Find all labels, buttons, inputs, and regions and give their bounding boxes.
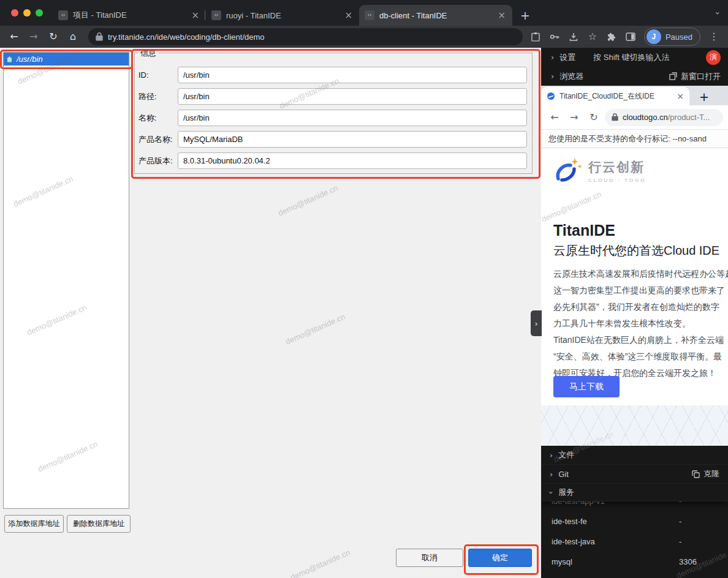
tab-search-chevron-icon[interactable]: › <box>714 11 722 14</box>
infobar-text: 您使用的是不受支持的命令行标记: --no-sand <box>548 133 707 144</box>
reload-icon[interactable]: ↻ <box>45 29 61 45</box>
avatar: J <box>646 29 661 44</box>
back-icon[interactable]: ← <box>546 109 563 126</box>
titanide-favicon-icon: ‹› <box>211 10 221 20</box>
tab-title: db-client - TitanIDE <box>379 11 491 20</box>
product-name-label: 产品名称: <box>138 134 178 145</box>
home-icon[interactable]: ⌂ <box>65 29 81 45</box>
service-row[interactable]: ide-test-java - <box>541 531 728 552</box>
embedded-address-bar[interactable]: cloudtogo.cn/product-T... <box>605 109 723 126</box>
chevron-right-icon: › <box>551 53 554 61</box>
browser-toolbar: ← → ↻ ⌂ try.titanide.cn/ide/web/coding/d… <box>0 26 728 48</box>
forward-icon[interactable]: → <box>566 109 583 126</box>
services-label: 服务 <box>558 487 574 498</box>
tab-close-icon[interactable]: × <box>190 11 200 20</box>
back-icon[interactable]: ← <box>6 29 22 45</box>
site-paragraph-1: 云原生技术高速发展和后疫情时代远程办公等趋 这一智力密集型工作提出更高的要求也带… <box>553 266 728 332</box>
embedded-tab[interactable]: TitanIDE_CloudIDE_在线IDE × <box>541 87 689 105</box>
tab-close-icon[interactable]: × <box>677 92 684 100</box>
service-row[interactable]: ide-test-fe - <box>541 511 728 531</box>
settings-section-row[interactable]: › 设置 按 Shift 键切换输入法 演 <box>541 48 728 67</box>
bookmark-star-icon[interactable]: ☆ <box>587 31 598 42</box>
cloudtogo-swoosh-icon <box>550 157 583 185</box>
profile-status: Paused <box>665 32 692 42</box>
titanide-favicon-icon: ‹› <box>365 10 374 20</box>
browser-section-row[interactable]: › 浏览器 新窗口打开 <box>541 67 728 86</box>
cloudtogo-logo[interactable]: 行云创新 CLOUD · TOGO <box>550 157 646 185</box>
window-zoom-button[interactable] <box>36 9 43 17</box>
profile-paused-chip[interactable]: J Paused <box>644 28 700 46</box>
window-minimize-button[interactable] <box>23 9 31 17</box>
embedded-tab-strip: TitanIDE_CloudIDE_在线IDE × + <box>541 86 728 105</box>
services-section-row[interactable]: › 服务 <box>541 484 728 501</box>
delete-database-address-button[interactable]: 删除数据库地址 <box>67 515 131 533</box>
ime-hint-text: 按 Shift 键切换输入法 <box>593 52 669 63</box>
extensions-puzzle-icon[interactable] <box>606 31 617 42</box>
files-section-row[interactable]: › 文件 <box>541 446 728 465</box>
service-row[interactable]: mysql 3306 <box>541 552 728 572</box>
tab-close-icon[interactable]: × <box>343 11 354 20</box>
clipboard-icon[interactable] <box>530 31 541 42</box>
embedded-url-host: cloudtogo.cn <box>623 113 668 122</box>
info-legend: 信息 <box>138 48 159 59</box>
add-database-address-button[interactable]: 添加数据库地址 <box>4 515 64 533</box>
new-tab-button[interactable]: + <box>517 7 533 23</box>
open-new-window-button[interactable]: 新窗口打开 <box>669 71 721 82</box>
tab-title: 项目 - TitanIDE <box>73 10 185 21</box>
id-label: ID: <box>138 70 178 80</box>
lock-icon <box>96 32 103 41</box>
forward-icon[interactable]: → <box>26 29 42 45</box>
cancel-button[interactable]: 取消 <box>396 549 463 567</box>
git-clone-button[interactable]: 克隆 <box>692 468 719 479</box>
product-name-field[interactable] <box>178 131 527 148</box>
side-panel-icon[interactable] <box>625 31 636 42</box>
chevron-right-icon: › <box>551 72 554 80</box>
database-list-item-selected[interactable]: /usr/bin <box>4 53 129 66</box>
site-paragraph-2: TitanIDE站在无数巨人的肩膀上，补齐全云端 “安全、高效、体验”这三个维度… <box>553 332 728 381</box>
id-field[interactable] <box>178 67 527 83</box>
product-version-field[interactable] <box>178 152 527 169</box>
address-bar[interactable]: try.titanide.cn/ide/web/coding/db-client… <box>88 28 523 45</box>
clone-label: 克隆 <box>703 468 719 479</box>
files-label: 文件 <box>558 449 574 460</box>
embedded-tab-title: TitanIDE_CloudIDE_在线IDE <box>559 91 672 102</box>
git-section-row[interactable]: › Git 克隆 <box>541 465 728 484</box>
paragraph-line: “安全、高效、体验”这三个维度取得平衡。最 <box>553 348 728 365</box>
browser-tab-ruoyi[interactable]: ‹› ruoyi - TitanIDE × <box>206 5 359 26</box>
service-port: - <box>679 517 681 526</box>
path-field[interactable] <box>178 88 527 105</box>
tab-close-icon[interactable]: × <box>496 11 507 20</box>
ok-button[interactable]: 确定 <box>468 549 532 567</box>
screen: ‹› 项目 - TitanIDE × ‹› ruoyi - TitanIDE ×… <box>0 0 728 578</box>
clone-icon <box>692 470 700 478</box>
embedded-toolbar: ← → ↻ cloudtogo.cn/product-T... <box>541 105 728 130</box>
browser-menu-kebab-icon[interactable]: ⋮ <box>708 31 719 42</box>
form-row-id: ID: <box>138 67 527 83</box>
git-label: Git <box>558 470 569 479</box>
chevron-right-icon: › <box>550 470 553 478</box>
new-window-icon <box>669 72 677 80</box>
browser-tab-project[interactable]: ‹› 项目 - TitanIDE × <box>53 5 206 26</box>
embedded-new-tab-button[interactable]: + <box>699 91 709 105</box>
name-field[interactable] <box>178 110 527 126</box>
browser-tab-db-client[interactable]: ‹› db-client - TitanIDE × <box>359 5 512 26</box>
name-label: 名称: <box>138 113 178 124</box>
cloudtogo-site: 行云创新 CLOUD · TOGO TitanIDE 云原生时代您的首选Clou… <box>541 148 728 446</box>
database-address-list[interactable]: /usr/bin <box>3 52 129 509</box>
service-name: mysql <box>552 557 572 566</box>
database-list-item-label: /usr/bin <box>17 54 43 64</box>
panel-collapse-handle[interactable]: › <box>531 310 542 336</box>
download-now-button[interactable]: 马上下载 <box>553 376 620 397</box>
password-key-icon[interactable] <box>549 31 560 42</box>
window-close-button[interactable] <box>11 9 18 17</box>
paragraph-line: TitanIDE站在无数巨人的肩膀上，补齐全云端 <box>553 332 728 348</box>
chevron-down-icon: › <box>547 490 555 494</box>
embedded-url-path: /product-T... <box>668 113 710 122</box>
hero-grid-graphic <box>541 405 728 446</box>
browser-section-label: 浏览器 <box>559 71 583 82</box>
browser-tab-strip: ‹› 项目 - TitanIDE × ‹› ruoyi - TitanIDE ×… <box>0 0 728 26</box>
reload-icon[interactable]: ↻ <box>585 109 602 126</box>
path-label: 路径: <box>138 91 178 102</box>
form-row-path: 路径: <box>138 88 527 105</box>
install-download-icon[interactable] <box>568 31 579 42</box>
